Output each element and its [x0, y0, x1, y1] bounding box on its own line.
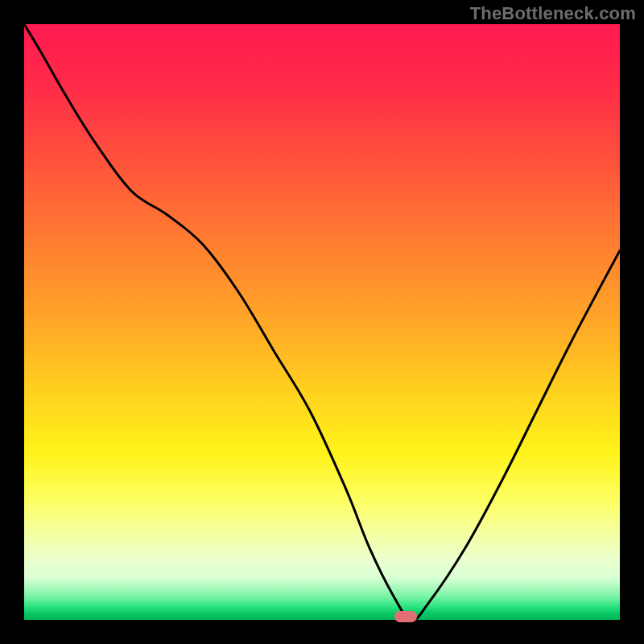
minimum-marker	[394, 611, 417, 622]
chart-frame: TheBottleneck.com	[0, 0, 644, 644]
watermark-text: TheBottleneck.com	[470, 3, 636, 24]
plot-area	[24, 24, 620, 620]
